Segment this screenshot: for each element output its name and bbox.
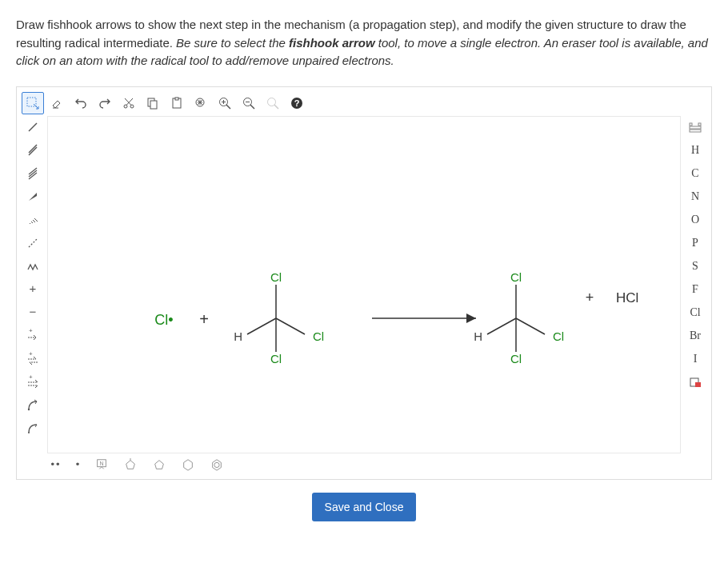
svg-marker-74 <box>213 459 222 469</box>
svg-line-20 <box>250 105 254 109</box>
svg-text:Cl: Cl <box>313 329 324 343</box>
svg-line-53 <box>276 318 305 334</box>
structure-editor: ? + − + + + H C N O P S F Cl Br I <box>16 86 712 480</box>
selection-tool[interactable] <box>22 92 44 114</box>
svg-text:H: H <box>474 329 482 343</box>
copy-tool[interactable] <box>142 92 164 114</box>
svg-text:N: N <box>99 460 103 466</box>
dashed-bond-tool[interactable] <box>22 232 44 254</box>
plus-2: + <box>586 289 594 305</box>
single-bond-tool[interactable] <box>22 116 44 138</box>
svg-point-43 <box>28 408 30 409</box>
double-bond-tool[interactable] <box>22 139 44 162</box>
svg-line-35 <box>33 220 35 222</box>
element-palette: H C N O P S F Cl Br I <box>684 116 706 393</box>
chcl3-structure: Cl Cl Cl H <box>234 270 324 365</box>
svg-line-23 <box>274 105 278 109</box>
reaction-arrow-tool[interactable]: + <box>22 325 44 347</box>
radical-tool[interactable]: • <box>71 453 84 476</box>
element-H[interactable]: H <box>684 139 706 162</box>
svg-line-54 <box>247 318 276 334</box>
ring-benzene-tool[interactable] <box>206 453 228 476</box>
custom-element-tool[interactable] <box>684 371 706 393</box>
element-Br[interactable]: Br <box>684 325 706 347</box>
svg-line-37 <box>29 239 37 247</box>
bottom-toolbar: •• • N <box>47 453 228 476</box>
zoom-reset-tool[interactable] <box>262 92 284 114</box>
curved-arrow-tool[interactable] <box>22 394 44 417</box>
element-I[interactable]: I <box>684 348 706 370</box>
svg-marker-32 <box>29 193 37 201</box>
svg-line-36 <box>34 218 38 222</box>
svg-text:?: ? <box>294 98 300 108</box>
svg-rect-50 <box>695 382 701 387</box>
plus-1: + <box>199 310 209 328</box>
cut-tool[interactable] <box>118 92 140 114</box>
svg-rect-47 <box>690 126 701 129</box>
svg-text:Cl: Cl <box>510 352 522 365</box>
paste-tool[interactable] <box>166 92 188 114</box>
redo-tool[interactable] <box>94 92 116 114</box>
question-bold: fishhook arrow <box>289 36 375 50</box>
equilibrium-arrow-tool[interactable]: + <box>22 348 44 370</box>
help-tool[interactable]: ? <box>286 92 308 114</box>
svg-point-44 <box>28 432 30 433</box>
undo-tool[interactable] <box>70 92 92 114</box>
save-and-close-button[interactable]: Save and Close <box>312 493 417 521</box>
zoom-in-tool[interactable] <box>214 92 236 114</box>
ring-cyclopentane-tool[interactable] <box>148 453 170 476</box>
charge-plus-tool[interactable]: + <box>22 278 44 301</box>
hcl-label: HCl <box>616 290 638 305</box>
hash-bond-tool[interactable] <box>22 209 44 231</box>
svg-line-5 <box>125 98 131 106</box>
ring-cyclohexane-tool[interactable] <box>177 453 199 476</box>
svg-rect-46 <box>698 123 701 126</box>
product-structure: Cl Cl Cl H <box>474 270 564 365</box>
svg-line-26 <box>29 123 37 131</box>
charge-minus-tool[interactable]: − <box>22 301 44 324</box>
chain-tool[interactable] <box>22 255 44 278</box>
svg-line-62 <box>516 318 545 334</box>
resonance-arrow-tool[interactable]: + <box>22 371 44 393</box>
wedge-bond-tool[interactable] <box>22 186 44 208</box>
svg-text:Cl: Cl <box>270 352 282 365</box>
svg-marker-73 <box>184 459 193 469</box>
periodic-table-tool[interactable] <box>684 116 706 138</box>
save-row: Save and Close <box>16 493 712 521</box>
element-P[interactable]: P <box>684 232 706 254</box>
question-italic-before: Be sure to select the <box>176 36 289 50</box>
svg-text:Cl: Cl <box>553 329 564 343</box>
left-toolbar: + − + + + <box>22 116 44 440</box>
svg-marker-70 <box>126 460 135 469</box>
svg-rect-9 <box>175 98 178 100</box>
element-S[interactable]: S <box>684 255 706 278</box>
drawing-canvas[interactable]: Cl• + Cl Cl Cl H <box>47 116 681 453</box>
zoom-out-tool[interactable] <box>238 92 260 114</box>
ring-cyclopentadiene-tool[interactable] <box>119 453 142 476</box>
element-C[interactable]: C <box>684 162 706 185</box>
lone-pair-tool[interactable]: •• <box>47 453 65 476</box>
triple-bond-tool[interactable] <box>22 162 44 185</box>
zoom-fit-tool[interactable] <box>190 92 212 114</box>
svg-marker-72 <box>155 460 164 469</box>
reaction-drawing: Cl• + Cl Cl Cl H <box>48 117 680 453</box>
question-text: Draw fishhook arrows to show the next st… <box>16 16 712 70</box>
svg-text:Cl: Cl <box>270 270 282 284</box>
svg-point-75 <box>214 462 219 467</box>
eraser-tool[interactable] <box>46 92 68 114</box>
svg-line-16 <box>226 105 230 109</box>
fishhook-arrow-tool[interactable] <box>22 417 44 440</box>
svg-line-4 <box>126 98 133 106</box>
text-n-tool[interactable]: N <box>90 453 113 476</box>
svg-text:Cl: Cl <box>510 270 522 284</box>
svg-rect-45 <box>690 123 692 126</box>
svg-rect-7 <box>150 101 157 109</box>
top-toolbar: ? <box>22 92 308 114</box>
cl-radical-label: Cl• <box>154 312 173 328</box>
element-F[interactable]: F <box>684 278 706 301</box>
svg-rect-48 <box>690 130 701 132</box>
element-N[interactable]: N <box>684 186 706 208</box>
element-Cl[interactable]: Cl <box>684 301 706 324</box>
element-O[interactable]: O <box>684 209 706 231</box>
svg-line-63 <box>487 318 516 334</box>
